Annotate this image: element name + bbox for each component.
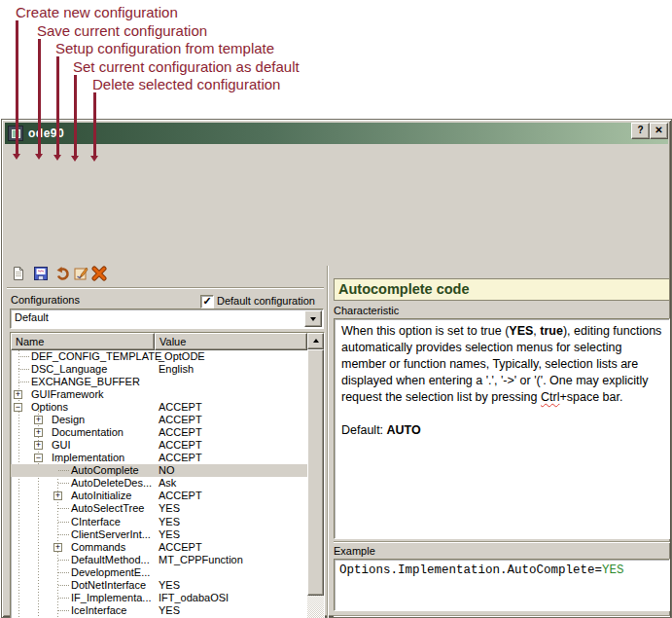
tree-row[interactable]: DotNetInterfaceYES [11,579,307,592]
tree-item-value: English [159,363,194,376]
arrow-up-icon [313,336,319,343]
tree-row[interactable]: DEF_CONFIG_TEMPLATE_OptODE [11,350,307,363]
tree-row[interactable]: CInterfaceYES [11,516,307,528]
tree-leaf-dash [58,585,69,586]
tree-item-name: DEF_CONFIG_TEMPLATE [31,350,161,363]
combobox-dropdown-button[interactable] [304,310,322,327]
close-button[interactable]: ✕ [650,123,668,139]
tree-row[interactable]: DefaultMethod...MT_CPPFunction [11,554,307,566]
collapse-minus-icon[interactable]: − [14,403,22,412]
configuration-tree: Name Value DEF_CONFIG_TEMPLATE_OptODEDSC… [10,332,325,618]
text-segment: true [540,324,563,338]
expand-plus-icon[interactable]: + [53,543,62,552]
orange-x-icon [91,266,107,285]
toolbar-separator [7,287,324,289]
column-header-name[interactable]: Name [11,333,155,350]
tree-leaf-dash [58,572,69,573]
delete-configuration-button[interactable] [90,267,107,283]
tree-item-name: Commands [71,541,125,554]
tree-row[interactable]: −OptionsACCEPT [11,401,307,414]
tree-leaf-dash [58,522,69,523]
chevron-down-icon [310,317,316,324]
tree-item-name: AutoSelectTree [71,502,144,515]
tree-item-name: AutoComplete [71,464,139,477]
characteristic-default-line: Default: AUTO [341,422,662,439]
scroll-up-button[interactable] [307,333,324,349]
tree-item-name: GUIFramework [31,388,104,401]
characteristic-paragraph: When this option is set to true (YES, tr… [341,323,662,406]
tree-leaf-dash [58,598,69,599]
tree-item-value: NO [159,464,175,477]
tree-item-name: DotNetInterface [71,579,146,592]
help-button[interactable]: ? [631,123,650,139]
tree-row[interactable]: AutoDeleteDes...Ask [11,477,307,490]
tree-item-value: MT_CPPFunction [159,554,243,566]
create-new-configuration-button[interactable] [10,267,26,283]
expand-plus-icon[interactable]: + [34,441,43,450]
tree-item-value: ACCEPT [159,452,202,464]
setup-configuration-from-template-button[interactable] [53,267,70,283]
tree-item-value: ACCEPT [159,490,202,502]
collapse-minus-icon[interactable]: − [34,454,43,462]
tree-item-value: ACCEPT [159,401,202,414]
annotation-label: Delete selected configuration [92,76,280,92]
tree-row[interactable]: +AutoInitializeACCEPT [11,490,307,502]
example-label: Example [334,545,375,557]
tree-row[interactable]: −ImplementationACCEPT [11,452,307,464]
floppy-disk-icon [33,266,49,285]
tree-row[interactable]: +DesignACCEPT [11,414,307,426]
tree-leaf-dash [18,356,29,357]
text-segment: +space bar. [559,390,622,404]
tree-item-value: YES [159,516,180,528]
section-separator [334,541,670,543]
tree-item-value: ACCEPT [159,439,202,452]
tree-row[interactable]: DevelopmentE... [11,566,307,579]
tree-row[interactable]: +GUIFramework [11,388,307,401]
expand-plus-icon[interactable]: + [34,416,43,424]
example-code-box[interactable]: Options.Implementation.AutoComplete=YES [334,559,670,611]
tree-item-name: Implementation [52,452,124,464]
expand-plus-icon[interactable]: + [34,428,43,437]
vertical-scroll-thumb[interactable] [307,349,324,596]
tree-row[interactable]: IceInterfaceYES [11,604,307,617]
annotation-label: Save current configuration [37,22,207,39]
set-configuration-default-button[interactable] [72,267,88,283]
annotation-label: Create new configuration [16,4,178,20]
tree-row[interactable]: AutoCompleteNO [11,464,307,477]
tree-row[interactable]: EXCHANGE_BUFFER [11,376,307,388]
screenshot-canvas: Create new configuration Save current co… [0,0,672,618]
tree-row[interactable]: IF_Implementa...IFT_odabaOSI [11,592,307,604]
title-bar[interactable]: ode90 [5,123,668,144]
text-segment: AUTO [387,423,421,437]
expand-plus-icon[interactable]: + [53,491,62,500]
column-header-value[interactable]: Value [155,333,307,350]
tree-item-value: YES [159,604,180,617]
configurations-label: Configurations [11,294,80,306]
characteristic-label: Characteristic [334,305,399,316]
tree-item-name: AutoDeleteDes... [71,477,152,490]
tree-item-name: Design [52,414,85,426]
characteristic-text[interactable]: When this option is set to true (YES, tr… [334,318,670,539]
example-value: YES [602,563,624,577]
tree-item-name: DSC_Language [31,363,107,376]
tree-rows: DEF_CONFIG_TEMPLATE_OptODEDSC_LanguageEn… [11,350,307,618]
tree-row[interactable]: ClientServerInt...YES [11,528,307,541]
vertical-scrollbar[interactable] [307,333,324,618]
default-configuration-checkbox[interactable]: ✓ [200,295,214,309]
save-current-configuration-button[interactable] [32,267,49,283]
tree-item-value: YES [159,502,180,515]
tree-row[interactable]: DSC_LanguageEnglish [11,363,307,376]
tree-leaf-dash [58,508,69,509]
tree-row[interactable]: +CommandsACCEPT [11,541,307,554]
detail-title: Autocomplete code [334,278,670,301]
tree-leaf-dash [18,369,29,370]
expand-plus-icon[interactable]: + [14,390,22,399]
default-configuration-label: Default configuration [217,295,315,307]
configuration-combobox[interactable]: Default [10,309,324,329]
tree-leaf-dash [18,382,29,382]
tree-row[interactable]: AutoSelectTreeYES [11,502,307,515]
tree-leaf-dash [58,470,69,471]
tree-row[interactable]: +DocumentationACCEPT [11,426,307,439]
tree-leaf-dash [58,610,69,611]
tree-row[interactable]: +GUIACCEPT [11,439,307,452]
